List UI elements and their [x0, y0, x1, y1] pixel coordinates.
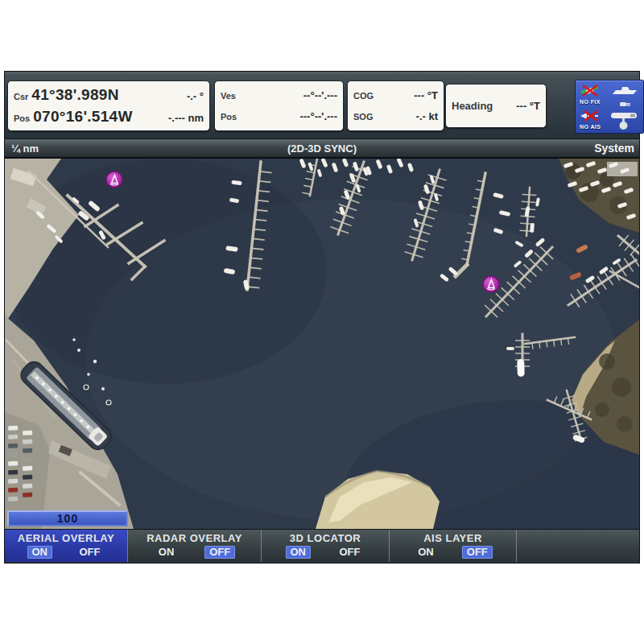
- vessel-position-box: Ves --°--'.--- Pos ---°--'.---: [214, 80, 344, 131]
- chartplotter-screen: Csr 41°38'.989N -.- ° Pos 070°16'.514W -…: [4, 71, 640, 564]
- ais-layer-section: AIS LAYER ON OFF: [389, 530, 516, 562]
- softkey-empty-section: [516, 530, 639, 562]
- csr-distance-value: -.--- nm: [168, 112, 204, 124]
- cog-value: --- °T: [414, 89, 438, 101]
- csr-bearing-value: -.- °: [187, 90, 204, 102]
- ves-pos-label: Pos: [221, 112, 237, 122]
- 3d-locator-on-button[interactable]: ON: [286, 546, 312, 559]
- 3d-locator-section: 3D LOCATOR ON OFF: [261, 530, 389, 562]
- connector-icon: [619, 101, 632, 108]
- aerial-overlay-section: AERIAL OVERLAY ON OFF: [5, 530, 127, 562]
- radar-overlay-section: RADAR OVERLAY ON OFF: [127, 530, 261, 562]
- radar-overlay-on-button[interactable]: ON: [154, 546, 180, 559]
- ais-target-icon: [579, 109, 603, 122]
- aerial-map-view[interactable]: 100: [5, 159, 639, 529]
- ais-layer-on-button[interactable]: ON: [413, 546, 439, 559]
- sensor-status-box: NO FIX NO AIS: [575, 80, 644, 134]
- 3d-locator-off-button[interactable]: OFF: [335, 546, 365, 559]
- boat-marker-icon[interactable]: [106, 171, 122, 188]
- boat-marker-icon[interactable]: [483, 276, 499, 292]
- boat-icon: [611, 85, 640, 96]
- sog-value: -.- kt: [416, 110, 438, 122]
- aerial-overlay-title: AERIAL OVERLAY: [5, 532, 127, 544]
- header-data-band: Csr 41°38'.989N -.- ° Pos 070°16'.514W -…: [5, 72, 639, 139]
- ves-longitude-value: ---°--'.---: [299, 110, 337, 122]
- overlay-opacity-slider[interactable]: 100: [7, 510, 128, 526]
- aerial-overlay-off-button[interactable]: OFF: [75, 546, 105, 559]
- cog-sog-box: COG --- °T SOG -.- kt: [347, 80, 444, 131]
- ais-layer-title: AIS LAYER: [390, 532, 516, 544]
- cursor-position-box: Csr 41°38'.989N -.- ° Pos 070°16'.514W -…: [7, 80, 210, 131]
- gps-satellite-icon: [580, 84, 604, 98]
- cog-label: COG: [353, 91, 374, 101]
- system-menu-button[interactable]: System: [594, 142, 634, 155]
- ves-label: Ves: [221, 91, 236, 101]
- radar-antenna-icon: [609, 111, 640, 130]
- csr-latitude-value: 41°38'.989N: [31, 86, 118, 104]
- radar-overlay-title: RADAR OVERLAY: [128, 532, 261, 544]
- overlay-opacity-value: 100: [57, 512, 78, 525]
- csr-label: Csr: [14, 92, 28, 101]
- sync-mode-label: (2D-3D SYNC): [5, 142, 639, 155]
- radar-overlay-off-button[interactable]: OFF: [204, 546, 235, 559]
- ais-layer-off-button[interactable]: OFF: [462, 546, 493, 559]
- no-ais-label: NO AIS: [580, 124, 601, 130]
- info-bar: ¼ nm (2D-3D SYNC) System: [5, 139, 639, 159]
- aerial-overlay-on-button[interactable]: ON: [27, 546, 53, 559]
- heading-label: Heading: [452, 100, 493, 112]
- sog-label: SOG: [353, 112, 373, 122]
- no-fix-label: NO FIX: [580, 99, 601, 105]
- csr-longitude-value: 070°16'.514W: [33, 108, 132, 126]
- ves-latitude-value: --°--'.---: [303, 89, 337, 101]
- 3d-locator-title: 3D LOCATOR: [262, 532, 389, 544]
- overlay-control-bar: AERIAL OVERLAY ON OFF RADAR OVERLAY ON O…: [5, 529, 639, 562]
- heading-box: Heading --- °T: [445, 84, 547, 128]
- aerial-photo: [5, 159, 639, 529]
- pos-label: Pos: [14, 114, 30, 123]
- heading-value: --- °T: [516, 100, 540, 112]
